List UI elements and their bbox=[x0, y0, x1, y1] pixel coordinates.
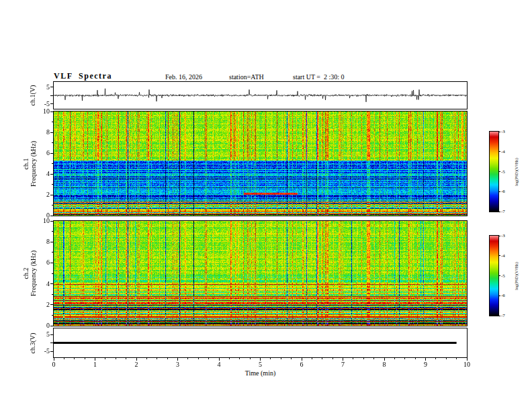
x-minor-tick bbox=[312, 357, 312, 359]
colorbar-tick-label: -4 bbox=[501, 253, 512, 259]
x-tick-label: 8 bbox=[378, 361, 391, 368]
colorbar-tick bbox=[498, 295, 500, 296]
vlf-spectra-figure: VLF Spectra Feb. 16, 2026 station=ATH st… bbox=[0, 0, 532, 411]
colorbar-tick bbox=[498, 316, 500, 316]
x-minor-tick bbox=[74, 357, 75, 359]
colorbar-tick bbox=[498, 151, 500, 152]
colorbar-tick-label: -6 bbox=[501, 293, 512, 298]
x-tick-label: 5 bbox=[254, 361, 267, 368]
x-minor-tick bbox=[353, 357, 353, 359]
plot-title: VLF Spectra bbox=[54, 71, 112, 81]
y-minor-tick bbox=[52, 294, 54, 295]
y-tick bbox=[50, 87, 54, 87]
x-minor-tick bbox=[116, 357, 116, 359]
colorbar-tick-label: -6 bbox=[501, 189, 512, 194]
x-minor-tick bbox=[394, 357, 395, 359]
x-minor-tick bbox=[363, 357, 364, 359]
x-minor-tick bbox=[250, 357, 251, 359]
x-tick-label: 4 bbox=[212, 361, 226, 368]
x-minor-tick bbox=[64, 357, 64, 359]
colorbar-tick bbox=[498, 255, 500, 256]
x-minor-tick bbox=[456, 357, 457, 359]
x-minor-tick bbox=[291, 357, 292, 359]
x-minor-tick bbox=[435, 357, 436, 359]
colorbar-gradient bbox=[490, 236, 498, 316]
y-minor-tick bbox=[52, 252, 54, 253]
x-minor-tick bbox=[208, 357, 209, 359]
x-minor-tick bbox=[322, 357, 322, 359]
station-label: station=ATH bbox=[229, 73, 264, 81]
y-tick bbox=[50, 342, 54, 343]
y-tick bbox=[50, 103, 54, 104]
x-tick-label: 9 bbox=[419, 361, 433, 368]
y-major-tick bbox=[50, 221, 54, 222]
y-minor-tick bbox=[52, 163, 54, 164]
x-minor-tick bbox=[270, 357, 271, 359]
y-minor-tick bbox=[52, 231, 54, 232]
colorbar-tick bbox=[498, 132, 500, 132]
x-tick-label: 3 bbox=[171, 361, 185, 368]
x-minor-tick bbox=[167, 357, 168, 359]
y-minor-tick bbox=[52, 122, 54, 122]
y-major-tick bbox=[50, 132, 54, 133]
x-minor-tick bbox=[404, 357, 405, 359]
x-minor-tick bbox=[157, 357, 157, 359]
colorbar-tick bbox=[498, 171, 500, 172]
y-major-tick bbox=[50, 242, 54, 242]
x-minor-tick bbox=[146, 357, 147, 359]
x-minor-tick bbox=[85, 357, 85, 359]
colorbar-tick bbox=[498, 236, 500, 236]
x-minor-tick bbox=[105, 357, 105, 359]
x-minor-tick bbox=[229, 357, 230, 359]
y-axis-label-ch3v-line: ch.3(V) bbox=[29, 276, 36, 410]
x-minor-tick bbox=[239, 357, 240, 359]
x-minor-tick bbox=[198, 357, 199, 359]
y-minor-tick bbox=[52, 205, 54, 205]
ch2-spectrogram-canvas bbox=[54, 221, 467, 326]
y-axis-label-ch3v: ch.3(V) bbox=[28, 276, 36, 410]
x-minor-tick bbox=[281, 357, 281, 359]
y-tick bbox=[50, 351, 54, 352]
colorbar-tick-label: -7 bbox=[501, 209, 512, 214]
ch1-waveform-canvas bbox=[54, 82, 467, 109]
x-minor-tick bbox=[332, 357, 333, 359]
colorbar-tick bbox=[498, 191, 500, 192]
y-major-tick bbox=[50, 283, 54, 284]
y-major-tick bbox=[50, 216, 54, 216]
y-major-tick bbox=[50, 174, 54, 175]
ch3-waveform-canvas bbox=[54, 328, 467, 357]
y-tick bbox=[50, 95, 54, 96]
colorbar-tick-label: -3 bbox=[501, 129, 512, 134]
colorbar-label: log(PSD)(V²/Hz) bbox=[513, 209, 521, 343]
colorbar-tick-label: -3 bbox=[501, 233, 512, 238]
y-major-tick bbox=[50, 195, 54, 195]
y-major-tick bbox=[50, 304, 54, 305]
colorbar-tick bbox=[498, 212, 500, 212]
colorbar-tick-label: -7 bbox=[501, 313, 512, 318]
x-tick-label: 6 bbox=[295, 361, 308, 368]
x-minor-tick bbox=[187, 357, 188, 359]
colorbar-label-line: log(PSD)(V²/Hz) bbox=[513, 209, 521, 343]
x-minor-tick bbox=[373, 357, 374, 359]
colorbar-gradient bbox=[490, 132, 498, 212]
x-tick-label: 7 bbox=[337, 361, 350, 368]
y-minor-tick bbox=[52, 184, 54, 185]
date-label: Feb. 16, 2026 bbox=[165, 73, 202, 81]
colorbar-tick-label: -5 bbox=[501, 169, 512, 175]
x-tick-label: 1 bbox=[89, 361, 102, 368]
y-major-tick bbox=[50, 326, 54, 326]
colorbar-tick bbox=[498, 275, 500, 276]
y-major-tick bbox=[50, 153, 54, 154]
x-axis-label: Time (min) bbox=[54, 369, 467, 377]
y-minor-tick bbox=[52, 315, 54, 316]
ch1-spectrogram-canvas bbox=[54, 111, 467, 216]
colorbar-tick-label: -4 bbox=[501, 149, 512, 154]
y-major-tick bbox=[50, 111, 54, 112]
x-minor-tick bbox=[415, 357, 416, 359]
x-tick-label: 10 bbox=[460, 361, 474, 368]
start-ut-label: start UT = 2 :30: 0 bbox=[293, 73, 345, 81]
x-minor-tick bbox=[126, 357, 126, 359]
colorbar-tick-label: -5 bbox=[501, 273, 512, 279]
y-major-tick bbox=[50, 263, 54, 263]
y-minor-tick bbox=[52, 142, 54, 143]
